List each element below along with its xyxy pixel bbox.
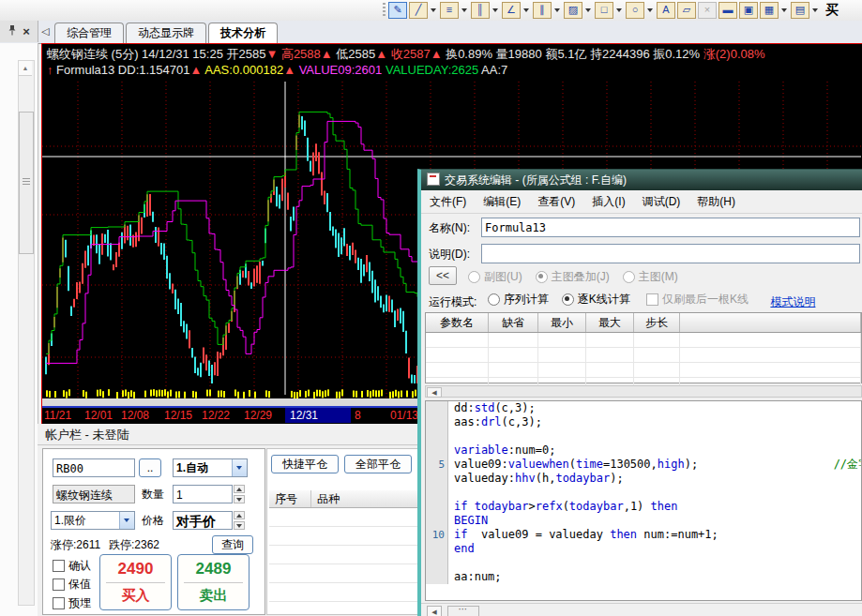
scrollbar-thumb[interactable]	[19, 112, 34, 254]
contract-code-input[interactable]: RB00	[53, 458, 135, 477]
scroll-up-icon[interactable]: ▲	[19, 61, 32, 76]
order-check-0[interactable]: 确认	[53, 558, 91, 574]
dropdown-arrow-icon[interactable]	[812, 8, 818, 12]
rectangle-tool[interactable]: □	[595, 2, 624, 19]
close-icon[interactable]: ×	[23, 27, 30, 37]
channel-lines-tool-icon: ∥	[533, 2, 552, 19]
query-button[interactable]: 查询	[212, 535, 253, 554]
formula-desc-input[interactable]	[481, 244, 860, 263]
checkbox-icon	[53, 560, 65, 572]
param-col-header[interactable]: 缺省	[489, 313, 538, 333]
app-window: ✎╱≡║∠∥▨□○A▱×▬▣▦▤买 × ◁ 综合管理动态显示牌技术分析 ▲ 螺纹…	[0, 0, 862, 616]
hatch-area-tool-icon: ▨	[564, 2, 582, 19]
param-col-header[interactable]: 最小	[538, 313, 586, 333]
left-panel-scrollbar[interactable]: ▲	[18, 60, 35, 606]
dropdown-arrow-icon[interactable]	[492, 8, 498, 12]
code-text: valueday:hhv(h,todaybar);	[448, 472, 624, 486]
run-radio-0[interactable]: 序列计算	[488, 292, 549, 308]
ellipse-tool[interactable]: ○	[626, 2, 655, 19]
chevron-down-icon[interactable]	[232, 459, 247, 476]
checkbox-icon	[646, 293, 658, 306]
scroll-left-icon[interactable]: ◀	[427, 387, 442, 398]
menu-item-5[interactable]: 帮助(H)	[688, 190, 744, 213]
order-check-1[interactable]: 保值	[53, 577, 91, 593]
param-col-header[interactable]: 参数名	[426, 313, 489, 333]
pin-icon[interactable]	[8, 24, 17, 39]
channel-lines-tool[interactable]: ∥	[533, 2, 562, 19]
menu-item-3[interactable]: 插入(I)	[583, 190, 633, 213]
draw-mode-tool[interactable]: ✎	[388, 2, 407, 19]
limit-down-value: 跌停:2362	[109, 535, 159, 554]
quote-line-1: 螺纹钢连续 (5分) 14/12/31 15:25 开2585▼ 高2588▲ …	[47, 46, 765, 63]
menu-item-2[interactable]: 查看(V)	[529, 190, 583, 213]
mode-select[interactable]: 1.自动	[173, 458, 248, 477]
param-table-hscrollbar[interactable]: ◀	[425, 385, 862, 398]
dropdown-arrow-icon[interactable]	[781, 8, 787, 12]
delete-shape-tool[interactable]: ×	[698, 2, 717, 19]
tab-technical-analysis[interactable]: 技术分析	[208, 23, 278, 43]
contract-browse-button[interactable]: ..	[139, 458, 161, 477]
vertical-lines-tool[interactable]: ║	[471, 2, 500, 19]
code-line: variable:num=0;	[426, 443, 861, 458]
code-line: dd:std(c,3);	[426, 401, 861, 415]
order-check-2[interactable]: 预埋	[53, 595, 91, 611]
price-stepper[interactable]	[234, 511, 245, 530]
menu-item-1[interactable]: 编辑(E)	[475, 190, 529, 213]
trendline-tool[interactable]: ╱	[409, 2, 438, 19]
copy-style-tool[interactable]: ▣	[739, 2, 758, 19]
collapse-button[interactable]: <<	[429, 266, 457, 285]
tab-bar: × ◁ 综合管理动态显示牌技术分析	[0, 21, 862, 44]
price-input[interactable]: 对手价	[173, 511, 233, 530]
radio-label: 主图叠加(J)	[552, 269, 610, 285]
toolbar-grip[interactable]	[383, 3, 386, 18]
tab-general-management[interactable]: 综合管理	[54, 23, 124, 43]
dialog-titlebar[interactable]: 交易系统编辑 - (所属公式组 : F.自编)	[421, 170, 862, 190]
dropdown-arrow-icon[interactable]	[523, 8, 529, 12]
duplicate-shape-tool[interactable]: ▱	[677, 2, 696, 19]
palette-tool[interactable]: ▦	[760, 2, 789, 19]
buy-button[interactable]: 2490 买入	[99, 554, 172, 610]
formula-name-input[interactable]: Formula13	[481, 218, 860, 237]
save-drawing-tool[interactable]: ▤	[791, 2, 820, 19]
code-text	[448, 556, 454, 570]
dropdown-arrow-icon[interactable]	[461, 8, 467, 12]
tab-scroll-left-icon[interactable]: ◁	[41, 25, 49, 38]
splitter-handle[interactable]: ⋯	[447, 606, 479, 616]
chevron-down-icon[interactable]	[119, 512, 134, 529]
line-number: 10	[426, 528, 448, 542]
dropdown-arrow-icon[interactable]	[554, 8, 560, 12]
hatch-area-tool[interactable]: ▨	[564, 2, 593, 19]
code-text: dd:std(c,3);	[448, 401, 536, 415]
close-all-button[interactable]: 全部平仓	[344, 455, 412, 473]
param-col-header[interactable]: 步长	[634, 313, 680, 333]
mode-help-link[interactable]: 模式说明	[770, 295, 815, 308]
gann-rays-tool[interactable]: ∠	[502, 2, 531, 19]
dropdown-arrow-icon[interactable]	[616, 8, 622, 12]
menu-item-4[interactable]: 调试(D)	[634, 190, 689, 213]
menu-item-0[interactable]: 文件(F)	[421, 190, 475, 213]
draw-mode-tool-icon: ✎	[388, 2, 407, 19]
check-label: 确认	[68, 558, 91, 574]
annotation-list-tool-icon: ≡	[440, 2, 459, 19]
code-editor[interactable]: dd:std(c,3);aas:drl(c,3);variable:num=0;…	[425, 400, 862, 601]
dropdown-arrow-icon[interactable]	[585, 8, 591, 12]
price-type-select[interactable]: 1.限价	[51, 511, 135, 530]
close-quick-button[interactable]: 快捷平仓	[271, 455, 339, 473]
tab-dynamic-board[interactable]: 动态显示牌	[126, 23, 206, 43]
eraser-tool[interactable]: ▬	[718, 2, 737, 19]
scroll-left-icon[interactable]: ◀	[427, 606, 442, 616]
annotation-list-tool[interactable]: ≡	[440, 2, 469, 19]
dialog-title: 交易系统编辑 - (所属公式组 : F.自编)	[445, 173, 627, 187]
qty-input[interactable]: 1	[173, 485, 233, 503]
dropdown-arrow-icon[interactable]	[647, 8, 653, 12]
dropdown-arrow-icon[interactable]	[431, 8, 436, 12]
sell-button[interactable]: 2489 卖出	[177, 554, 250, 610]
param-col-header[interactable]: 最大	[586, 313, 634, 333]
toolbar-buy-button[interactable]: 买	[825, 2, 839, 19]
qty-stepper[interactable]	[234, 485, 245, 503]
text-tool[interactable]: A	[657, 2, 675, 19]
plot-radio-1: 主图叠加(J)	[536, 269, 610, 285]
run-radio-1[interactable]: 逐K线计算	[562, 292, 630, 308]
limit-up-value: 涨停:2611	[51, 535, 100, 554]
table-row	[269, 527, 421, 546]
